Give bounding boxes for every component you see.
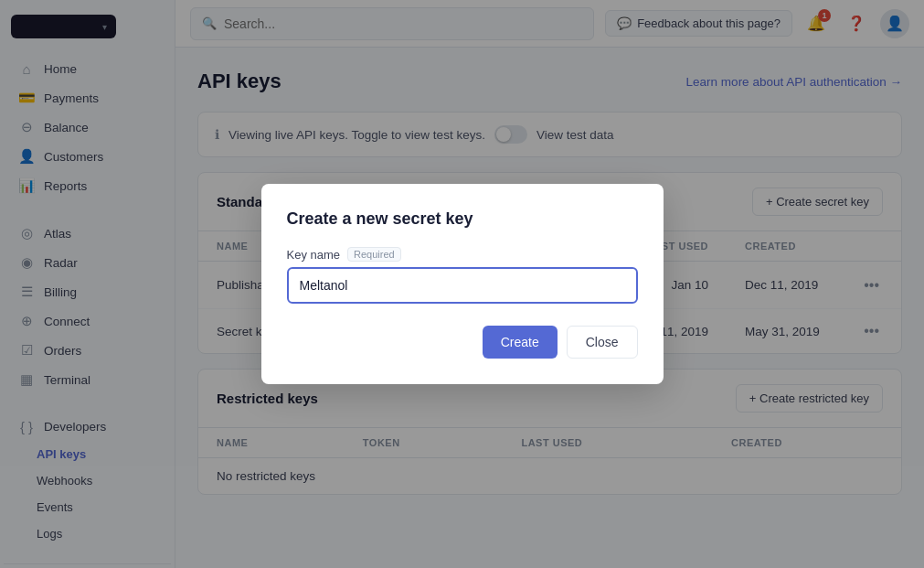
key-name-input[interactable] <box>287 267 638 304</box>
required-badge: Required <box>347 247 401 262</box>
modal-overlay[interactable]: Create a new secret key Key name Require… <box>0 0 924 568</box>
close-button[interactable]: Close <box>567 326 638 359</box>
key-name-label: Key name Required <box>287 247 638 262</box>
key-name-label-text: Key name <box>287 248 341 262</box>
key-name-form-group: Key name Required <box>287 247 638 304</box>
modal-title: Create a new secret key <box>287 209 638 229</box>
create-button[interactable]: Create <box>483 326 558 359</box>
modal-actions: Create Close <box>287 326 638 359</box>
create-secret-key-modal: Create a new secret key Key name Require… <box>261 184 664 384</box>
